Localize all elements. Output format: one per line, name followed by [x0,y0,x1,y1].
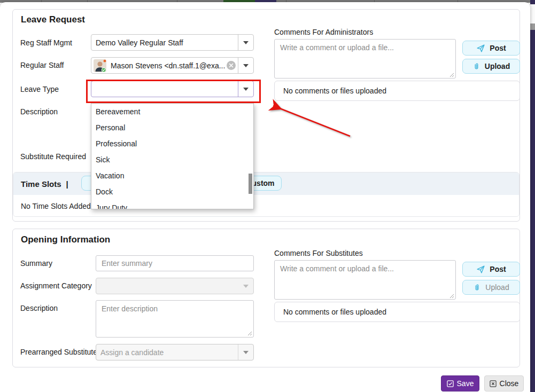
regular-staff-value: Mason Stevens <dn.staff.1@exa... [106,61,227,70]
admin-post-button[interactable]: Post [462,41,520,56]
admin-comments-empty-text: No comments or files uploaded [283,87,386,95]
prearranged-substitute-label: Prearranged Substitute [20,348,97,356]
subs-comments-empty-box: No comments or files uploaded [274,302,520,322]
assignment-category-combobox[interactable] [96,278,254,294]
comments-admin-textarea[interactable] [274,39,456,79]
comments-admin-label: Comments For Administrators [274,28,373,36]
chevron-down-icon [243,88,249,91]
save-button-label: Save [457,379,474,388]
opening-description-textarea[interactable] [96,300,254,338]
reg-staff-mgmt-dropdown-button[interactable] [238,35,253,50]
close-button[interactable]: Close [484,375,524,391]
time-slots-title: Time Slots [21,179,61,189]
opening-description-label: Description [20,304,58,312]
subs-upload-button[interactable]: Upload [462,280,520,295]
time-slots-separator: | [66,179,68,189]
leave-type-label: Leave Type [20,85,59,93]
regular-staff-dropdown-button[interactable] [238,58,253,73]
leave-request-dialog: Leave Request Reg Staff Mgmt Regular Sta… [0,2,530,392]
summary-label: Summary [20,259,52,268]
leave-type-option[interactable]: Jury Duty [91,200,253,209]
chevron-down-icon [243,285,249,288]
upload-button-label: Upload [485,62,510,70]
substitute-required-label: Substitute Required [20,152,86,161]
time-slots-empty-text: No Time Slots Added [21,202,91,210]
chevron-down-icon [243,41,249,44]
send-icon [476,44,485,53]
clear-staff-icon[interactable] [227,61,236,70]
close-button-label: Close [500,379,519,388]
leave-type-option[interactable]: Personal [91,120,253,136]
leave-type-option[interactable]: Professional [91,136,253,152]
subs-comments-empty-text: No comments or files uploaded [283,308,386,316]
leave-type-option[interactable]: Dock [91,184,253,200]
admin-upload-button[interactable]: Upload [462,59,520,74]
send-icon [476,265,485,274]
dropdown-scrollbar[interactable] [249,174,252,194]
reg-staff-mgmt-value: Demo Valley Regular Staff [91,38,238,47]
background-fragment [530,4,535,23]
background-fragment [530,23,535,30]
assignment-category-dropdown-button[interactable] [238,278,253,294]
check-square-icon [447,380,454,387]
description-label: Description [20,107,58,116]
leave-type-combobox[interactable] [91,81,254,97]
regular-staff-combobox[interactable]: Mason Stevens <dn.staff.1@exa... [91,57,254,74]
leave-type-option[interactable]: Sick [91,152,253,168]
comments-subs-label: Comments For Substitutes [274,249,363,257]
subs-post-button[interactable]: Post [462,262,520,277]
staff-avatar [94,59,106,72]
leave-request-title: Leave Request [21,14,85,25]
leave-type-option[interactable]: Vacation [91,168,253,184]
post-button-label: Post [490,265,506,273]
regular-staff-label: Regular Staff [20,61,64,69]
prearranged-substitute-dropdown-button[interactable] [238,344,253,360]
assignment-category-label: Assignment Category [20,281,92,290]
leave-type-dropdown-button[interactable] [238,81,253,97]
reg-staff-mgmt-label: Reg Staff Mgmt [20,38,72,47]
background-sidebar-strip [530,0,535,392]
summary-input[interactable] [96,255,254,271]
leave-type-option[interactable]: Bereavement [91,104,253,120]
opening-information-title: Opening Information [21,234,110,245]
paperclip-icon [472,62,480,71]
prearranged-substitute-placeholder: Assign a candidate [96,348,238,357]
save-button[interactable]: Save [441,375,479,391]
comments-subs-textarea[interactable] [274,260,456,300]
post-button-label: Post [490,44,506,52]
time-slots-empty-row: No Time Slots Added [13,195,519,217]
prearranged-substitute-combobox[interactable]: Assign a candidate [96,344,254,360]
x-square-icon [490,380,497,387]
admin-comments-empty-box: No comments or files uploaded [274,81,520,101]
chevron-down-icon [243,64,249,67]
upload-button-label: Upload [485,283,509,292]
chevron-down-icon [243,351,249,354]
leave-type-dropdown-list: Bereavement Personal Professional Sick V… [91,103,254,209]
reg-staff-mgmt-combobox[interactable]: Demo Valley Regular Staff [91,34,254,51]
paperclip-icon [473,283,481,292]
